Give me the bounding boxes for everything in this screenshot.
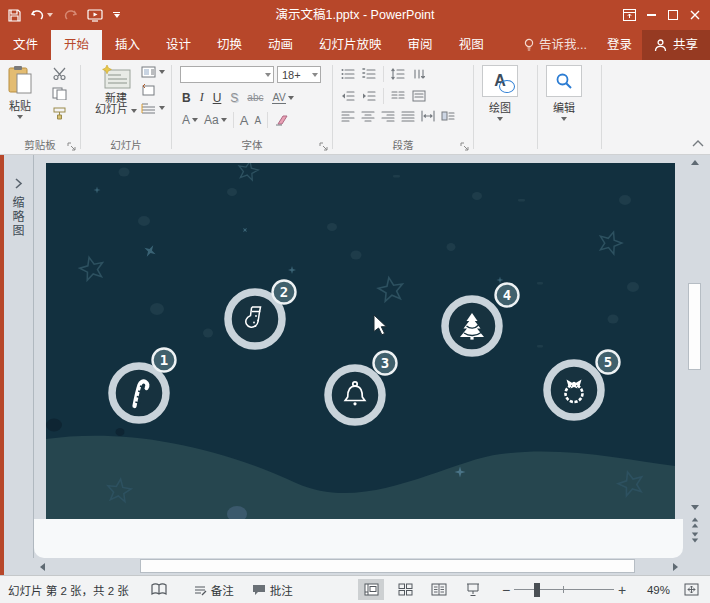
italic-button[interactable]: I <box>200 90 204 105</box>
start-slideshow-icon[interactable] <box>87 9 103 22</box>
font-size-combo[interactable]: 18+ <box>277 66 321 83</box>
slide-item-5-badge[interactable]: 5 <box>597 351 620 374</box>
slide-canvas[interactable]: 1 2 3 <box>46 163 675 519</box>
new-slide-dropdown-icon[interactable] <box>131 109 137 113</box>
reading-view-button[interactable] <box>426 579 452 600</box>
font-dialog-launcher-icon[interactable] <box>319 142 328 151</box>
align-right-icon[interactable] <box>381 110 395 122</box>
slide-item-5[interactable] <box>547 363 601 417</box>
item-5-ring[interactable] <box>547 363 601 417</box>
tab-insert[interactable]: 插入 <box>102 30 153 60</box>
thumbnail-pane-label[interactable]: 缩略图 <box>9 196 26 238</box>
editing-button[interactable]: 编辑 <box>546 65 582 121</box>
expand-thumbnails-icon[interactable] <box>14 178 23 189</box>
drawing-button[interactable]: A 绘图 <box>482 65 518 121</box>
bullet-list-icon[interactable] <box>341 68 355 80</box>
slide-item-2[interactable] <box>228 292 282 346</box>
decrease-indent-icon[interactable] <box>341 90 355 102</box>
horizontal-scroll-thumb[interactable] <box>140 559 635 573</box>
editing-dropdown-icon[interactable] <box>561 117 567 121</box>
slideshow-view-button[interactable] <box>460 579 486 600</box>
scroll-down-icon[interactable] <box>687 500 703 515</box>
slide-item-2-badge[interactable]: 2 <box>273 281 296 304</box>
format-painter-icon[interactable] <box>52 107 67 120</box>
text-direction-icon[interactable] <box>412 68 426 80</box>
zoom-out-button[interactable]: − <box>498 582 514 598</box>
slide-item-3-badge[interactable]: 3 <box>374 352 397 375</box>
new-slide-button[interactable]: 新建 幻灯片 <box>95 65 137 115</box>
item-3-ring[interactable] <box>328 368 382 422</box>
minimize-button[interactable] <box>640 0 662 30</box>
distribute-icon[interactable] <box>421 110 435 122</box>
vertical-scroll-thumb[interactable] <box>688 283 701 370</box>
text-shadow-button[interactable]: S <box>230 91 238 105</box>
normal-view-button[interactable] <box>358 579 384 600</box>
font-color-button[interactable]: A <box>182 113 198 127</box>
fit-to-window-button[interactable] <box>678 579 704 600</box>
section-button[interactable] <box>141 102 165 114</box>
justify-icon[interactable] <box>401 110 415 122</box>
ribbon-display-options-icon[interactable] <box>618 0 640 30</box>
tab-animations[interactable]: 动画 <box>255 30 306 60</box>
next-slide-icon[interactable] <box>691 532 699 543</box>
horizontal-scroll-track[interactable] <box>50 558 667 575</box>
drawing-dropdown-icon[interactable] <box>497 117 503 121</box>
tell-me-box[interactable]: 告诉我... <box>514 30 597 60</box>
horizontal-scrollbar[interactable] <box>34 558 683 575</box>
clipboard-dialog-launcher-icon[interactable] <box>67 142 76 151</box>
bold-button[interactable]: B <box>182 91 191 105</box>
smartart-icon[interactable] <box>441 110 455 122</box>
zoom-slider[interactable] <box>514 583 614 597</box>
paste-button[interactable]: 粘贴 <box>7 65 33 119</box>
slide-number-indicator[interactable]: 幻灯片 第 2 张，共 2 张 <box>8 582 129 598</box>
customize-qat-icon[interactable] <box>113 12 120 18</box>
share-button[interactable]: 共享 <box>642 30 710 60</box>
comments-button[interactable]: 批注 <box>252 582 293 598</box>
tab-review[interactable]: 审阅 <box>395 30 446 60</box>
slide-sorter-view-button[interactable] <box>392 579 418 600</box>
collapse-ribbon-icon[interactable] <box>692 140 704 147</box>
layout-button[interactable] <box>141 66 165 78</box>
zoom-level[interactable]: 49% <box>638 584 670 596</box>
slide-item-3[interactable] <box>328 368 382 422</box>
grow-font-button[interactable]: A <box>240 113 249 128</box>
proofing-icon[interactable] <box>151 583 167 596</box>
clear-formatting-icon[interactable] <box>274 114 289 126</box>
save-icon[interactable] <box>8 9 21 22</box>
previous-slide-icon[interactable] <box>691 517 699 528</box>
sign-in-button[interactable]: 登录 <box>597 30 642 60</box>
tab-slideshow[interactable]: 幻灯片放映 <box>306 30 395 60</box>
tab-home[interactable]: 开始 <box>51 30 102 60</box>
scroll-right-icon[interactable] <box>667 559 683 574</box>
close-button[interactable] <box>684 0 706 30</box>
slide-item-1-badge[interactable]: 1 <box>153 349 176 372</box>
paragraph-dialog-launcher-icon[interactable] <box>460 142 469 151</box>
underline-button[interactable]: U <box>213 91 222 105</box>
slide-item-4-badge[interactable]: 4 <box>496 284 519 307</box>
columns-icon[interactable] <box>391 90 405 102</box>
vertical-scrollbar[interactable] <box>687 155 703 515</box>
numbered-list-icon[interactable] <box>362 68 376 80</box>
slide-item-1[interactable] <box>112 366 166 420</box>
slide-item-4[interactable] <box>445 299 499 353</box>
copy-icon[interactable] <box>52 87 67 100</box>
strikethrough-button[interactable]: abc <box>247 92 263 103</box>
shrink-font-button[interactable]: A <box>254 115 261 126</box>
undo-dropdown-icon[interactable] <box>47 13 53 17</box>
tab-design[interactable]: 设计 <box>153 30 204 60</box>
cut-icon[interactable] <box>52 67 67 80</box>
tab-file[interactable]: 文件 <box>0 30 51 60</box>
align-center-icon[interactable] <box>361 110 375 122</box>
scroll-up-icon[interactable] <box>687 155 703 170</box>
zoom-slider-thumb[interactable] <box>534 583 540 597</box>
pane-divider[interactable] <box>33 155 34 558</box>
line-spacing-icon[interactable] <box>391 68 405 80</box>
font-name-combo[interactable] <box>180 66 274 83</box>
maximize-button[interactable] <box>662 0 684 30</box>
tab-view[interactable]: 视图 <box>446 30 497 60</box>
align-text-icon[interactable] <box>412 90 426 102</box>
zoom-in-button[interactable]: + <box>614 582 630 598</box>
notes-button[interactable]: 备注 <box>193 582 234 598</box>
tab-transitions[interactable]: 切换 <box>204 30 255 60</box>
reset-slide-icon[interactable] <box>141 84 156 96</box>
